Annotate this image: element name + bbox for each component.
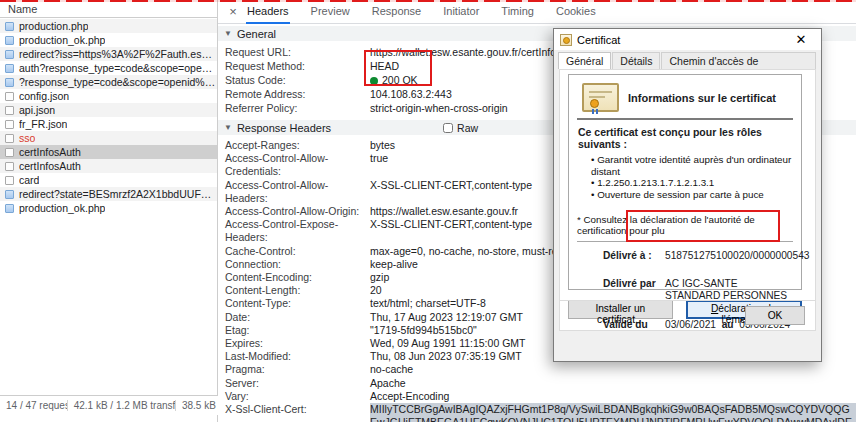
status-code-value: 200 OK <box>382 74 418 86</box>
status-ok-icon <box>370 77 378 85</box>
header-row-client-cert: X-Ssl-Client-Cert:MIIlyTCCBrGgAwIBAgIQAZ… <box>218 403 856 422</box>
issued-to-field: Délivré à : 518751275100020/0000000543 <box>603 250 793 262</box>
raw-label: Raw <box>457 122 478 134</box>
tab-details[interactable]: Détails <box>612 52 660 69</box>
tab-initiator[interactable]: Initiator <box>442 0 480 24</box>
file-icon <box>5 176 14 185</box>
role-item: • 1.2.250.1.213.1.7.1.2.1.3.1 <box>591 177 793 189</box>
file-icon <box>5 106 14 115</box>
screenshot-root: Name production.php production_ok.php re… <box>0 0 856 422</box>
header-row: Vary:Accept-Encoding <box>218 390 856 403</box>
chevron-down-icon: ▼ <box>224 123 232 132</box>
request-row[interactable]: auth?response_type=code&scope=openid%20s… <box>0 61 217 75</box>
selected-text: MIIlyTCCBrGgAwIBAgIQAZxjFHGmt1P8q/VySwiL… <box>370 403 856 422</box>
raw-checkbox[interactable] <box>443 123 453 133</box>
role-item: • Ouverture de session par carte à puce <box>591 189 793 201</box>
certificate-seal-icon <box>582 83 619 112</box>
issued-by-field: Délivré par AC IGC-SANTE STANDARD PERSON… <box>603 278 793 302</box>
document-icon <box>5 190 14 199</box>
dialog-tabs: Général Détails Chemin d'accès de certif… <box>554 50 821 69</box>
request-row[interactable]: fr_FR.json <box>0 117 217 131</box>
request-row[interactable]: ?response_type=code&scope=openid%20scope… <box>0 75 217 89</box>
issued-to-value: 518751275100020/0000000543 <box>665 250 809 262</box>
tab-headers[interactable]: Headers <box>246 0 290 24</box>
header-row: Server:Apache <box>218 377 856 390</box>
file-icon <box>5 120 14 129</box>
issued-by-value: AC IGC-SANTE STANDARD PERSONNES <box>665 278 793 302</box>
request-row[interactable]: config.json <box>0 89 217 103</box>
file-icon <box>5 148 14 157</box>
certificate-info-header: Informations sur le certificat <box>582 83 793 112</box>
dialog-general-page: Informations sur le certificat Ce certif… <box>559 69 816 331</box>
document-icon <box>5 22 14 31</box>
certificate-icon <box>560 34 572 46</box>
tab-certification-path[interactable]: Chemin d'accès de certification <box>661 52 816 69</box>
file-icon <box>5 162 14 171</box>
request-row[interactable]: production_ok.php <box>0 33 217 47</box>
dialog-title: Certificat <box>577 34 787 46</box>
file-icon <box>5 92 14 101</box>
dialog-titlebar: Certificat ✕ <box>554 29 821 50</box>
raw-toggle: Raw <box>443 122 478 134</box>
certificate-info-frame: Informations sur le certificat Ce certif… <box>568 74 802 290</box>
transferred-size: 42.1 kB / 1.2 MB transferred <box>67 400 175 411</box>
request-row[interactable]: card <box>0 173 217 187</box>
tab-timing[interactable]: Timing <box>500 0 535 24</box>
divider <box>577 241 793 242</box>
tab-cookies[interactable]: Cookies <box>555 0 597 24</box>
request-row[interactable]: redirect?state=BESmrzf2A2X1bbdUUFCz-vuVP… <box>0 187 217 201</box>
request-row-selected[interactable]: certInfosAuth <box>0 145 217 159</box>
resource-size: 38.5 kB / <box>175 400 218 411</box>
network-summary-bar: 14 / 47 requests 42.1 kB / 1.2 MB transf… <box>0 395 218 415</box>
tab-response[interactable]: Response <box>371 0 423 24</box>
document-icon <box>5 78 14 87</box>
request-row[interactable]: redirect?iss=https%3A%2F%2Fauth.esw.esan… <box>0 47 217 61</box>
name-column-header[interactable]: Name <box>0 0 217 18</box>
request-row[interactable]: api.json <box>0 103 217 117</box>
request-row-error[interactable]: sso <box>0 131 217 145</box>
close-icon[interactable]: × <box>224 4 242 19</box>
dialog-footer: OK <box>560 300 815 330</box>
document-icon <box>5 50 14 59</box>
request-rows: production.php production_ok.php redirec… <box>0 19 217 215</box>
document-icon <box>5 64 14 73</box>
tab-preview[interactable]: Preview <box>310 0 351 24</box>
detail-tabbar: × Headers Preview Response Initiator Tim… <box>218 0 856 24</box>
certificate-info-title: Informations sur le certificat <box>628 92 776 104</box>
document-icon <box>5 204 14 213</box>
request-row[interactable]: certInfosAuth <box>0 159 217 173</box>
chevron-down-icon: ▼ <box>224 29 232 38</box>
close-icon[interactable]: ✕ <box>787 32 815 47</box>
header-row: Pragma:no-cache <box>218 363 856 376</box>
file-icon <box>5 134 14 143</box>
tab-general[interactable]: Général <box>558 52 611 69</box>
ok-button[interactable]: OK <box>745 306 805 325</box>
network-request-list-pane: Name production.php production_ok.php re… <box>0 0 218 422</box>
request-count: 14 / 47 requests <box>0 400 67 411</box>
request-row[interactable]: production_ok.php <box>0 201 217 215</box>
divider <box>577 118 793 120</box>
role-item: • Garantit votre identité auprès d'un or… <box>591 154 793 177</box>
general-section-title: General <box>237 28 276 40</box>
annotation-top-line <box>0 0 856 2</box>
request-row[interactable]: production.php <box>0 19 217 33</box>
document-icon <box>5 36 14 45</box>
ca-statement-note: * Consultez la déclaration de l'autorité… <box>577 214 793 236</box>
response-headers-section-title: Response Headers <box>237 122 331 134</box>
certificate-dialog: Certificat ✕ Général Détails Chemin d'ac… <box>553 28 822 362</box>
roles-heading: Ce certificat est conçu pour les rôles s… <box>578 126 793 150</box>
